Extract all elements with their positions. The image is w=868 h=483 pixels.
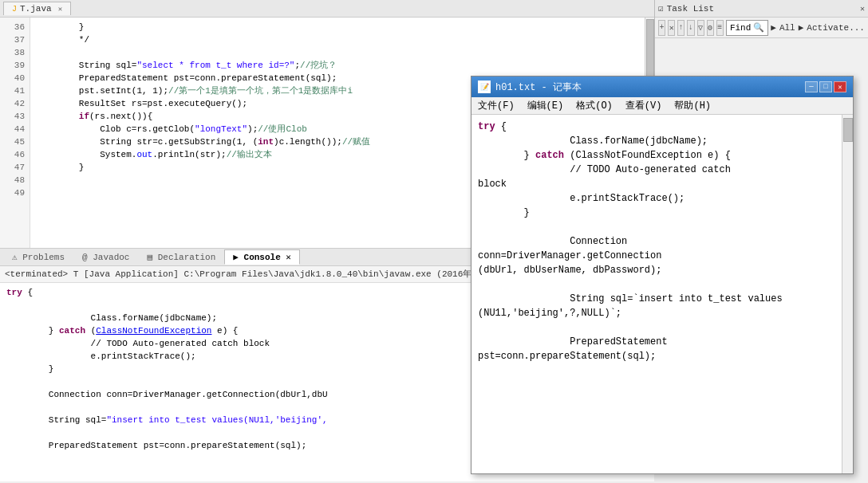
notepad-window-buttons: ─ □ ✕ [805,81,846,92]
search-icon: 🔍 [753,22,764,33]
tab-console[interactable]: ▶ Console ✕ [224,249,300,265]
notepad-menu-file[interactable]: 文件(F) [471,97,521,114]
task-list-tab-bar: ☑ Task List ✕ [655,0,868,18]
editor-tab-bar: J T.java ✕ [0,0,654,18]
declaration-icon: ▤ [147,253,157,262]
task-menu-btn[interactable]: ≡ [716,20,724,36]
notepad-menu-format[interactable]: 格式(O) [570,97,619,114]
filter-activate-label[interactable]: Activate... [807,23,865,33]
task-list-close-icon[interactable]: ✕ [860,4,865,14]
notepad-menubar: 文件(F) 编辑(E) 格式(O) 查看(V) 帮助(H) [471,97,853,115]
notepad-scrollbar-v[interactable] [842,115,853,473]
notepad-minimize-btn[interactable]: ─ [805,81,818,92]
java-file-icon: J [12,5,17,14]
editor-tab-label: T.java [20,4,52,14]
javadoc-icon: @ [82,253,93,262]
filter-triangle2-icon: ▶ [799,22,804,33]
notepad-window: 📝 h01.txt - 记事本 ─ □ ✕ 文件(F) 编辑(E) 格式(O) … [471,76,854,474]
task-delete-btn[interactable]: ✕ [668,20,675,36]
console-icon: ▶ [233,253,243,262]
task-list-panel: ☑ Task List ✕ + ✕ ↑ ↓ ▽ ⚙ ≡ Find 🔍 ▶ All… [654,0,868,77]
task-down-btn[interactable]: ↓ [687,20,694,36]
editor-tab-tjava[interactable]: J T.java ✕ [3,2,71,15]
close-tab-icon[interactable]: ✕ [58,5,62,14]
task-up-btn[interactable]: ↑ [677,20,685,36]
notepad-close-btn[interactable]: ✕ [834,81,846,92]
task-search-box[interactable]: Find 🔍 [726,20,768,36]
notepad-menu-help[interactable]: 帮助(H) [668,97,717,114]
search-label: Find [730,23,751,33]
notepad-scroll-thumb[interactable] [843,118,853,142]
filter-all-label[interactable]: All [779,23,795,33]
task-list-tab: ☑ Task List [658,3,714,14]
tab-declaration[interactable]: ▤ Declaration [138,249,224,265]
problems-icon: ⚠ [12,253,22,262]
task-list-toolbar: + ✕ ↑ ↓ ▽ ⚙ ≡ Find 🔍 ▶ All ▶ Activate... [655,18,868,38]
notepad-menu-edit[interactable]: 编辑(E) [521,97,570,114]
task-list-label: Task List [667,4,714,14]
task-new-btn[interactable]: + [658,20,665,36]
notepad-maximize-btn[interactable]: □ [819,81,832,92]
notepad-content[interactable]: try { Class.forName(jdbcName); } catch (… [471,115,853,473]
task-filter-btn[interactable]: ▽ [697,20,704,36]
filter-triangle-icon: ▶ [771,22,776,33]
line-numbers: 3637383940414243444546474849 [0,18,30,248]
notepad-titlebar[interactable]: 📝 h01.txt - 记事本 ─ □ ✕ [471,77,853,97]
notepad-menu-view[interactable]: 查看(V) [619,97,669,114]
notepad-title-left: 📝 h01.txt - 记事本 [478,80,582,94]
notepad-title-label: h01.txt - 记事本 [495,80,582,94]
tab-javadoc[interactable]: @ Javadoc [73,250,138,265]
task-settings-btn[interactable]: ⚙ [707,20,714,36]
notepad-app-icon: 📝 [478,80,491,93]
task-filter-area: ▶ All ▶ Activate... [771,22,865,33]
tab-problems[interactable]: ⚠ Problems [3,249,73,265]
task-list-icon: ☑ [658,3,664,14]
